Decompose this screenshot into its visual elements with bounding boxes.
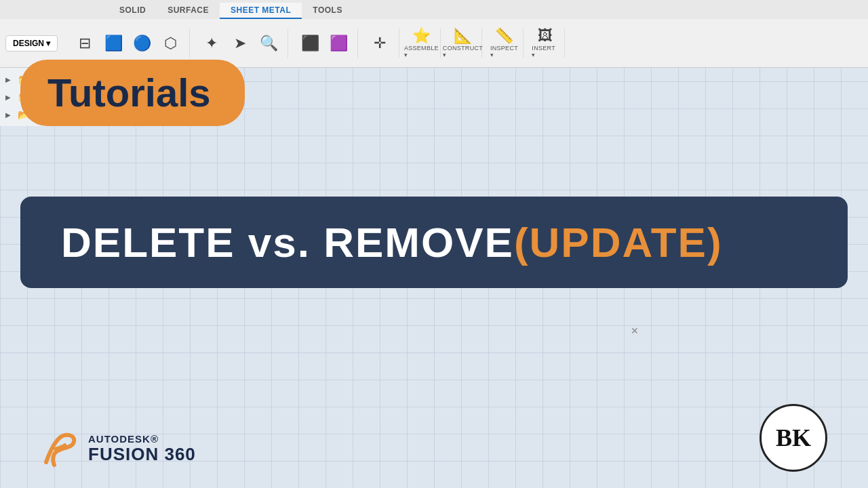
tool-revolve[interactable]: 🔵 bbox=[128, 28, 155, 58]
inspect-label: INSPECT ▾ bbox=[490, 45, 518, 58]
insert-button[interactable]: 🖼 INSERT ▾ bbox=[532, 28, 559, 58]
fusion-logo: AUTODESK® FUSION 360 bbox=[41, 430, 196, 468]
tool-sweep[interactable]: ⬡ bbox=[157, 28, 184, 58]
tool-split[interactable]: 🟪 bbox=[325, 28, 352, 58]
construct-label: CONSTRUCT ▾ bbox=[443, 45, 483, 58]
sweep-icon: ⬡ bbox=[164, 36, 177, 51]
tool-group-boolean: ⬛ 🟪 bbox=[291, 28, 358, 58]
tab-tools[interactable]: TOOLS bbox=[302, 3, 353, 19]
split-icon: 🟪 bbox=[330, 36, 348, 51]
revolve-icon: 🔵 bbox=[133, 36, 151, 51]
move-icon: ✛ bbox=[374, 36, 386, 51]
tool-group-modify: ✦ ➤ 🔍 bbox=[193, 28, 288, 58]
inspect-button[interactable]: 📏 INSPECT ▾ bbox=[490, 28, 517, 58]
tutorials-badge: Tutorials bbox=[20, 60, 245, 126]
main-banner: DELETE vs. REMOVE (UPDATE) bbox=[20, 197, 848, 288]
banner-text-white: DELETE vs. REMOVE bbox=[61, 218, 514, 266]
tab-solid[interactable]: SOLID bbox=[108, 3, 157, 19]
assemble-group: ⭐ ASSEMBLE ▾ bbox=[408, 28, 435, 58]
fusion360-label: FUSION 360 bbox=[88, 445, 196, 464]
extrude-icon: 🟦 bbox=[104, 36, 123, 51]
assemble-button[interactable]: ⭐ ASSEMBLE ▾ bbox=[408, 28, 435, 58]
insert-icon: 🖼 bbox=[538, 28, 553, 43]
toolbar: SOLID SURFACE SHEET METAL TOOLS DESIGN ▾… bbox=[0, 0, 868, 68]
bk-logo: BK bbox=[760, 404, 827, 472]
tool-new-component[interactable]: ⊟ bbox=[71, 28, 98, 58]
tool-extrude[interactable]: 🟦 bbox=[100, 28, 127, 58]
tab-surface[interactable]: SURFACE bbox=[157, 3, 220, 19]
combine-icon: ⬛ bbox=[301, 36, 319, 51]
tool-group-insert: 🖼 INSERT ▾ bbox=[526, 28, 565, 58]
banner-text-orange: (UPDATE) bbox=[514, 218, 723, 266]
autodesk-f-icon bbox=[41, 430, 79, 468]
tool-fillet[interactable]: ✦ bbox=[198, 28, 225, 58]
tab-sheet-metal[interactable]: SHEET METAL bbox=[220, 3, 302, 19]
tool-group-construct: 📐 CONSTRUCT ▾ bbox=[443, 28, 482, 58]
new-component-icon: ⊟ bbox=[79, 36, 91, 51]
fillet-icon: ✦ bbox=[205, 36, 218, 51]
tutorials-text: Tutorials bbox=[47, 73, 211, 113]
branding-section: AUTODESK® FUSION 360 bbox=[41, 430, 196, 468]
design-button[interactable]: DESIGN ▾ bbox=[5, 35, 58, 52]
inspect-icon: 📏 bbox=[495, 28, 513, 43]
assemble-icon: ⭐ bbox=[412, 28, 431, 43]
construct-button[interactable]: 📐 CONSTRUCT ▾ bbox=[449, 28, 476, 58]
assemble-label: ASSEMBLE ▾ bbox=[404, 45, 439, 58]
chevron-icon: ▶ bbox=[5, 111, 14, 119]
tool-group-inspect: 📏 INSPECT ▾ bbox=[485, 28, 524, 58]
tool-group-assemble: ⭐ ASSEMBLE ▾ bbox=[402, 28, 441, 58]
insert-label: INSERT ▾ bbox=[532, 45, 559, 58]
tool-group-transform: ✛ bbox=[361, 28, 399, 58]
construct-icon: 📐 bbox=[454, 28, 472, 43]
tool-shell[interactable]: ➤ bbox=[226, 28, 254, 58]
autodesk-label: AUTODESK® bbox=[88, 433, 196, 445]
tool-scale[interactable]: 🔍 bbox=[255, 28, 282, 58]
target-crosshair: ✕ bbox=[631, 325, 639, 336]
tool-move[interactable]: ✛ bbox=[366, 28, 393, 58]
shell-icon: ➤ bbox=[234, 36, 246, 51]
chevron-icon: ▶ bbox=[5, 94, 14, 101]
tool-combine[interactable]: ⬛ bbox=[296, 28, 323, 58]
toolbar-tabs: SOLID SURFACE SHEET METAL TOOLS bbox=[0, 0, 868, 19]
fusion-text: AUTODESK® FUSION 360 bbox=[88, 433, 196, 464]
scale-icon: 🔍 bbox=[260, 36, 278, 51]
chevron-icon: ▶ bbox=[5, 76, 14, 83]
tool-group-shapes: ⊟ 🟦 🔵 ⬡ bbox=[66, 28, 190, 58]
